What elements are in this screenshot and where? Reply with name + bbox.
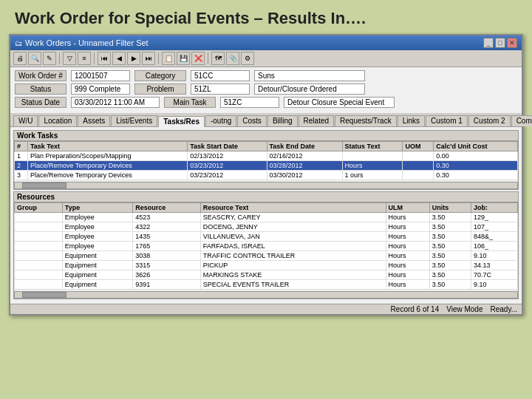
search-button[interactable]: 🔍 xyxy=(28,52,41,65)
work-tasks-table: # Task Text Task Start Date Task End Dat… xyxy=(14,141,518,180)
maximize-button[interactable]: □ xyxy=(495,38,505,48)
tasks-scrollbar-h[interactable] xyxy=(14,182,518,189)
table-row[interactable]: Employee 4322 DOCENG, JENNY Hours 3.50 1… xyxy=(15,222,518,232)
cell-type: Equipment xyxy=(62,261,132,270)
table-row[interactable]: Employee 1435 VILLANUEVA, JAN Hours 3.50… xyxy=(15,232,518,242)
cell-type: Equipment xyxy=(62,280,132,290)
record-count: Record 6 of 14 xyxy=(391,305,440,313)
cell-units: 3.50 xyxy=(429,232,471,242)
cell-ulm: Hours xyxy=(386,232,429,242)
cell-ulm: Hours xyxy=(386,270,429,280)
cell-text: DOCENG, JENNY xyxy=(200,222,386,232)
cell-ulm: Hours xyxy=(386,213,429,222)
window-controls[interactable]: _ □ ✕ xyxy=(483,38,517,48)
cell-group xyxy=(15,232,63,242)
form-area: Work Order # 12001507 Category 51CC Suns… xyxy=(10,67,522,114)
settings-button[interactable]: ⚙ xyxy=(241,52,254,65)
prev-button[interactable]: ◀ xyxy=(112,52,126,65)
separator-2 xyxy=(94,52,95,64)
window-titlebar: 🗂 Work Orders - Unnamed Filter Set _ □ ✕ xyxy=(10,35,522,50)
new-button[interactable]: 📋 xyxy=(162,52,175,65)
cell-text: TRAFFIC CONTROL TRAILER xyxy=(200,251,386,261)
cell-status xyxy=(342,151,403,161)
cell-resource: 4523 xyxy=(133,213,201,222)
cell-group xyxy=(15,270,63,280)
tab-comments[interactable]: Comments xyxy=(511,115,532,126)
cell-text: VILLANUEVA, JAN xyxy=(200,232,386,242)
tab-custom1[interactable]: Custom 1 xyxy=(426,115,468,126)
cell-group xyxy=(15,251,63,261)
tasks-scroll-thumb[interactable] xyxy=(22,183,66,188)
cell-task: Plan Preparation/Scopes/Mapping xyxy=(27,151,187,161)
ready-status: Ready... xyxy=(491,305,518,313)
edit-button[interactable]: ✎ xyxy=(43,52,56,65)
tab-billing[interactable]: Billing xyxy=(267,115,298,126)
col-cost: Calc'd Unit Cost xyxy=(434,142,518,151)
table-row[interactable]: 1 Plan Preparation/Scopes/Mapping 02/13/… xyxy=(15,151,518,161)
last-button[interactable]: ⏭ xyxy=(142,52,155,65)
task-value: Detour Closure Special Event xyxy=(284,97,395,108)
resources-scrollbar-h[interactable] xyxy=(14,291,518,299)
map-button[interactable]: 🗺 xyxy=(211,52,225,65)
cell-text: PICKUP xyxy=(200,261,386,270)
tab-wu[interactable]: W/U xyxy=(13,115,38,126)
close-button[interactable]: ✕ xyxy=(507,38,517,48)
cell-uom xyxy=(403,151,434,161)
work-tasks-section: Work Tasks # Task Text Task Start Date T… xyxy=(13,130,519,190)
save-button[interactable]: 💾 xyxy=(177,52,190,65)
table-row[interactable]: Equipment 3626 MARKINGS STAKE Hours 3.50… xyxy=(15,270,518,280)
cell-start: 03/23/2012 xyxy=(188,161,267,171)
first-button[interactable]: ⏮ xyxy=(98,52,111,65)
view-button[interactable]: ≡ xyxy=(78,52,91,65)
delete-button[interactable]: ❌ xyxy=(191,52,205,65)
filter-button[interactable]: ▽ xyxy=(63,52,76,65)
table-row[interactable]: 2 Place/Remove Temporary Devices 03/23/2… xyxy=(15,161,518,171)
cat-code: 51CC xyxy=(191,70,250,81)
cell-units: 3.50 xyxy=(429,251,471,261)
table-row[interactable]: Employee 1765 FARFADAS, ISRAEL Hours 3.5… xyxy=(15,242,518,251)
table-row[interactable]: 3 Place/Remove Temporary Devices 03/23/2… xyxy=(15,171,518,180)
cell-text: MARKINGS STAKE xyxy=(200,270,386,280)
tab-costs[interactable]: Costs xyxy=(237,115,267,126)
minimize-button[interactable]: _ xyxy=(483,38,494,48)
cell-type: Employee xyxy=(62,222,132,232)
prob-label: Problem xyxy=(134,83,186,95)
cell-type: Employee xyxy=(62,213,132,222)
cell-resource: 1765 xyxy=(133,242,201,251)
status-label: Status xyxy=(15,83,66,95)
col-resource-text: Resource Text xyxy=(200,203,386,213)
cell-resource: 4322 xyxy=(133,222,201,232)
table-row[interactable]: Equipment 3038 TRAFFIC CONTROL TRAILER H… xyxy=(15,251,518,261)
cell-units: 3.50 xyxy=(429,270,471,280)
wo-value: 12001507 xyxy=(71,70,130,81)
tab-custom2[interactable]: Custom 2 xyxy=(468,115,511,126)
print-button[interactable]: 🖨 xyxy=(13,52,27,65)
cell-end: 03/30/2012 xyxy=(267,171,342,180)
cell-ulm: Hours xyxy=(386,261,429,270)
tab-location[interactable]: Location xyxy=(38,115,77,126)
table-row[interactable]: Employee 4523 SEASCRY, CAREY Hours 3.50 … xyxy=(15,213,518,222)
cell-task: Place/Remove Temporary Devices xyxy=(27,161,187,171)
tab-links[interactable]: Links xyxy=(398,115,425,126)
statusbar: Record 6 of 14 View Mode Ready... xyxy=(10,304,522,314)
attach-button[interactable]: 📎 xyxy=(226,52,239,65)
col-uom: UOM xyxy=(403,142,434,151)
col-ulm: ULM xyxy=(386,203,429,213)
tab-listevents[interactable]: List/Events xyxy=(111,115,157,126)
separator-4 xyxy=(208,52,208,64)
cell-resource: 3626 xyxy=(133,270,201,280)
tab-outng[interactable]: -outng xyxy=(205,115,236,126)
next-button[interactable]: ▶ xyxy=(127,52,140,65)
table-row[interactable]: Equipment 3315 PICKUP Hours 3.50 34.13 xyxy=(15,261,518,270)
col-start-date: Task Start Date xyxy=(188,142,267,151)
cell-units: 3.50 xyxy=(429,261,471,270)
table-row[interactable]: Equipment 9391 SPECIAL EVENTS TRAILER Ho… xyxy=(15,280,518,290)
form-row-3: Status Date 03/30/2012 11:00 AM Main Tas… xyxy=(15,97,517,108)
tab-requests[interactable]: Requests/Track xyxy=(335,115,397,126)
tab-assets[interactable]: Assets xyxy=(78,115,110,126)
cell-start: 02/13/2012 xyxy=(188,151,267,161)
resources-scroll-thumb[interactable] xyxy=(22,292,66,298)
tab-tasksres[interactable]: Tasks/Res xyxy=(158,116,205,127)
tab-related[interactable]: Related xyxy=(299,115,334,126)
window-title: Work Orders - Unnamed Filter Set xyxy=(25,38,149,47)
